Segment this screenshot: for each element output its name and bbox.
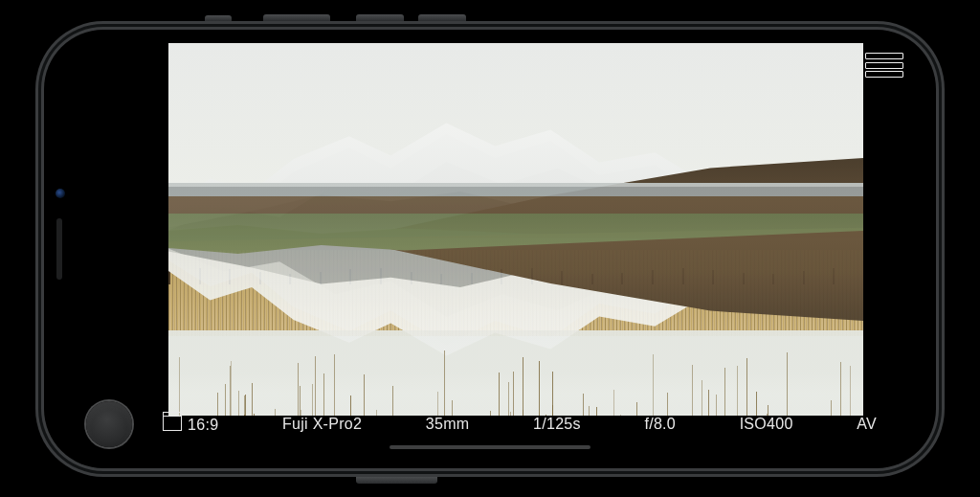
- aspect-ratio-icon: [163, 416, 182, 431]
- camera-model-control[interactable]: Fuji X-Pro2: [269, 416, 375, 433]
- shutter-button[interactable]: [86, 401, 132, 447]
- shutter-speed-control[interactable]: 1/125s: [520, 416, 594, 433]
- volume-down-button: [356, 14, 404, 21]
- power-button: [356, 477, 437, 484]
- aspect-ratio-control[interactable]: 16:9: [149, 415, 232, 434]
- menu-button[interactable]: [865, 53, 903, 78]
- phone-frame: 16:9 Fuji X-Pro2 35mm 1/125s f/8.0 ISO40…: [44, 30, 936, 468]
- viewfinder-image[interactable]: [168, 43, 863, 416]
- iso-value: ISO400: [740, 416, 793, 432]
- camera-model-value: Fuji X-Pro2: [282, 416, 362, 432]
- volume-up-button: [263, 14, 330, 21]
- focal-length-control[interactable]: 35mm: [412, 416, 483, 433]
- exposure-mode-value: AV: [857, 416, 877, 432]
- hamburger-icon: [865, 53, 903, 59]
- focal-length-value: 35mm: [426, 416, 470, 432]
- home-indicator[interactable]: [390, 445, 590, 449]
- front-camera: [56, 189, 65, 198]
- mute-switch: [205, 15, 232, 21]
- aperture-value: f/8.0: [644, 416, 676, 432]
- aspect-ratio-value: 16:9: [188, 417, 218, 433]
- speaker-grille: [56, 218, 62, 280]
- info-bar: 16:9 Fuji X-Pro2 35mm 1/125s f/8.0 ISO40…: [57, 405, 923, 443]
- aperture-control[interactable]: f/8.0: [631, 416, 689, 433]
- side-button-2: [418, 14, 466, 21]
- iso-control[interactable]: ISO400: [726, 416, 807, 433]
- exposure-mode-control[interactable]: AV: [843, 416, 890, 433]
- shutter-speed-value: 1/125s: [533, 416, 581, 432]
- screen: 16:9 Fuji X-Pro2 35mm 1/125s f/8.0 ISO40…: [57, 43, 923, 455]
